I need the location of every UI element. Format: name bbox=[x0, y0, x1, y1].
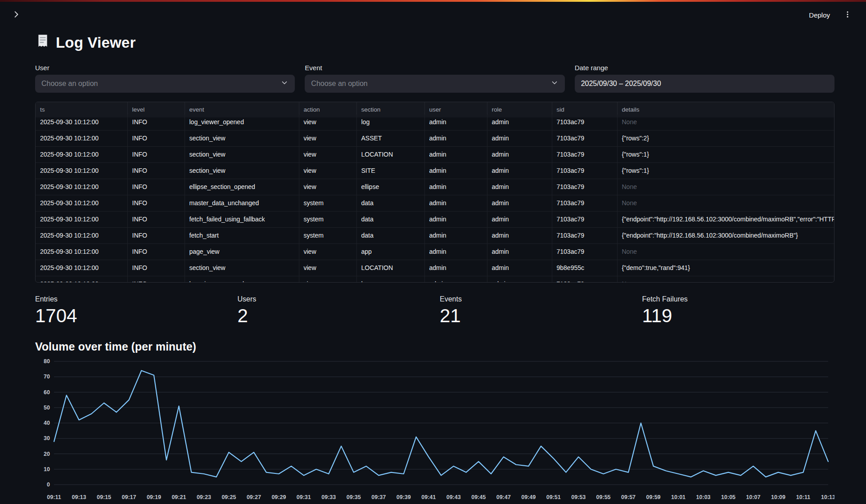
column-header-role[interactable]: role bbox=[487, 102, 552, 117]
table-row[interactable]: 2025-09-30 10:12:00INFOmaster_data_uncha… bbox=[36, 195, 834, 211]
column-header-action[interactable]: action bbox=[299, 102, 356, 117]
cell-action: system bbox=[299, 195, 356, 211]
cell-sid: 7103ac79 bbox=[552, 227, 617, 243]
cell-level: INFO bbox=[127, 146, 185, 162]
cell-event: section_view bbox=[185, 146, 299, 162]
svg-text:09:23: 09:23 bbox=[197, 494, 211, 500]
cell-user: admin bbox=[424, 243, 487, 260]
column-header-sid[interactable]: sid bbox=[552, 102, 617, 117]
svg-text:10:05: 10:05 bbox=[721, 494, 735, 500]
svg-text:09:31: 09:31 bbox=[297, 494, 311, 500]
overflow-menu-button[interactable] bbox=[841, 8, 854, 22]
svg-text:40: 40 bbox=[44, 420, 50, 426]
cell-action: view bbox=[299, 243, 356, 260]
svg-text:09:57: 09:57 bbox=[621, 494, 636, 500]
svg-text:09:35: 09:35 bbox=[347, 494, 361, 500]
table-row[interactable]: 2025-09-30 10:12:00INFOlog_viewer_opened… bbox=[36, 276, 834, 282]
date-range-input[interactable]: 2025/09/30 – 2025/09/30 bbox=[575, 75, 834, 93]
svg-text:09:29: 09:29 bbox=[271, 494, 286, 500]
cell-sid: 7103ac79 bbox=[552, 243, 617, 260]
metric-label: Events bbox=[440, 295, 632, 303]
svg-text:09:41: 09:41 bbox=[421, 494, 436, 500]
log-table-grid: tsleveleventactionsectionuserrolesiddeta… bbox=[36, 102, 834, 282]
page-title: Log Viewer bbox=[35, 33, 834, 52]
cell-role: admin bbox=[487, 195, 552, 211]
table-row[interactable]: 2025-09-30 10:12:00INFOsection_viewviewL… bbox=[36, 260, 834, 276]
cell-sid: 7103ac79 bbox=[552, 276, 617, 282]
deploy-button[interactable]: Deploy bbox=[807, 9, 832, 22]
cell-user: admin bbox=[424, 211, 487, 227]
chevron-down-icon bbox=[280, 79, 289, 89]
column-header-ts[interactable]: ts bbox=[36, 102, 127, 117]
chevron-right-icon bbox=[12, 10, 21, 20]
svg-text:70: 70 bbox=[44, 374, 50, 380]
cell-details: {"endpoint":"http://192.168.56.102:3000/… bbox=[617, 227, 834, 243]
main-content: Log Viewer User Choose an option Event C… bbox=[0, 28, 866, 504]
cell-action: view bbox=[299, 276, 356, 282]
volume-chart-svg: 0102030405060708009:1109:1309:1509:1709:… bbox=[35, 356, 834, 504]
metric-card: Events21 bbox=[440, 295, 632, 327]
log-table: tsleveleventactionsectionuserrolesiddeta… bbox=[35, 102, 834, 283]
cell-ts: 2025-09-30 10:12:00 bbox=[36, 276, 127, 282]
cell-details: {"rows":1} bbox=[617, 162, 834, 179]
cell-sid: 7103ac79 bbox=[552, 211, 617, 227]
user-filter-select[interactable]: Choose an option bbox=[35, 75, 295, 93]
table-row[interactable]: 2025-09-30 10:12:00INFOellipse_section_o… bbox=[36, 179, 834, 195]
cell-event: master_data_unchanged bbox=[185, 195, 299, 211]
cell-user: admin bbox=[424, 195, 487, 211]
kebab-menu-icon bbox=[843, 10, 852, 20]
cell-section: data bbox=[356, 211, 424, 227]
cell-details: {"rows":2} bbox=[617, 130, 834, 146]
cell-details: None bbox=[617, 179, 834, 195]
table-row[interactable]: 2025-09-30 10:12:00INFOfetch_failed_usin… bbox=[36, 211, 834, 227]
cell-section: data bbox=[356, 227, 424, 243]
cell-level: INFO bbox=[127, 179, 185, 195]
column-header-section[interactable]: section bbox=[356, 102, 424, 117]
cell-level: INFO bbox=[127, 211, 185, 227]
cell-role: admin bbox=[487, 227, 552, 243]
svg-text:10:07: 10:07 bbox=[746, 494, 761, 500]
table-row[interactable]: 2025-09-30 10:12:00INFOsection_viewviewL… bbox=[36, 146, 834, 162]
svg-text:09:15: 09:15 bbox=[97, 494, 111, 500]
svg-text:10: 10 bbox=[44, 466, 50, 472]
table-row[interactable]: 2025-09-30 10:12:00INFOsection_viewviewS… bbox=[36, 162, 834, 179]
cell-sid: 7103ac79 bbox=[552, 146, 617, 162]
table-row[interactable]: 2025-09-30 10:12:00INFOpage_viewviewappa… bbox=[36, 243, 834, 260]
cell-details: None bbox=[617, 243, 834, 260]
chart-title: Volume over time (per minute) bbox=[35, 340, 834, 353]
metric-value: 2 bbox=[238, 305, 430, 327]
volume-chart[interactable]: 0102030405060708009:1109:1309:1509:1709:… bbox=[35, 356, 834, 504]
column-header-event[interactable]: event bbox=[185, 102, 299, 117]
cell-action: view bbox=[299, 146, 356, 162]
log-table-scroll-area[interactable]: tsleveleventactionsectionuserrolesiddeta… bbox=[36, 102, 834, 282]
cell-sid: 7103ac79 bbox=[552, 130, 617, 146]
event-filter-label: Event bbox=[305, 64, 564, 72]
cell-ts: 2025-09-30 10:12:00 bbox=[36, 243, 127, 260]
cell-event: page_view bbox=[185, 243, 299, 260]
cell-action: system bbox=[299, 211, 356, 227]
cell-user: admin bbox=[424, 130, 487, 146]
cell-ts: 2025-09-30 10:12:00 bbox=[36, 211, 127, 227]
event-filter-select[interactable]: Choose an option bbox=[305, 75, 564, 93]
table-row[interactable]: 2025-09-30 10:12:00INFOfetch_startsystem… bbox=[36, 227, 834, 243]
cell-role: admin bbox=[487, 276, 552, 282]
cell-section: data bbox=[356, 195, 424, 211]
metric-card: Fetch Failures119 bbox=[642, 295, 835, 327]
column-header-details[interactable]: details bbox=[617, 102, 834, 117]
svg-text:09:13: 09:13 bbox=[72, 494, 86, 500]
cell-level: INFO bbox=[127, 195, 185, 211]
column-header-user[interactable]: user bbox=[424, 102, 487, 117]
cell-action: view bbox=[299, 179, 356, 195]
column-header-level[interactable]: level bbox=[127, 102, 185, 117]
cell-section: log bbox=[356, 276, 424, 282]
cell-sid: 9b8e955c bbox=[552, 260, 617, 276]
app-root: Deploy Log Viewer User bbox=[0, 0, 866, 504]
cell-details: {"endpoint":"http://192.168.56.102:3000/… bbox=[617, 211, 834, 227]
sidebar-expand-button[interactable] bbox=[9, 7, 23, 23]
cell-sid: 7103ac79 bbox=[552, 162, 617, 179]
svg-text:30: 30 bbox=[44, 436, 50, 442]
cell-ts: 2025-09-30 10:12:00 bbox=[36, 227, 127, 243]
cell-level: INFO bbox=[127, 130, 185, 146]
table-row[interactable]: 2025-09-30 10:12:00INFOsection_viewviewA… bbox=[36, 130, 834, 146]
cell-action: view bbox=[299, 130, 356, 146]
